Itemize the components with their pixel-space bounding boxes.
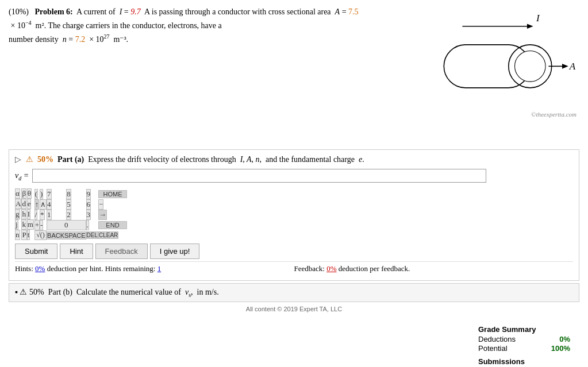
I-unit: A is passing through a conductor with cr… bbox=[144, 7, 331, 16]
part-b-section: ▪ ⚠ 50% Part (b) Calculate the numerical… bbox=[9, 283, 579, 302]
diagram: I A ©theexpertta.com bbox=[407, 6, 579, 121]
A-label: A bbox=[335, 7, 340, 16]
n-exp: 27 bbox=[104, 33, 110, 40]
feedback-suffix: deduction per feedback. bbox=[337, 264, 410, 273]
key-up[interactable]: ↑ bbox=[34, 199, 40, 210]
key-caret[interactable]: ∧ bbox=[40, 199, 47, 210]
key-del[interactable]: DEL bbox=[86, 231, 98, 239]
submissions-title: Submissions bbox=[478, 357, 570, 366]
key-e[interactable]: e bbox=[27, 199, 32, 209]
hints-prefix: Hints: bbox=[15, 264, 35, 273]
copyright-text: ©theexpertta.com bbox=[531, 111, 577, 118]
answer-input[interactable] bbox=[32, 169, 486, 183]
part-b-percent: 50% bbox=[29, 288, 44, 296]
part-a-label: Part (a) bbox=[57, 155, 84, 164]
A-unit: m². The charge carriers in the conductor… bbox=[36, 21, 222, 30]
key-sub-minus[interactable]: - bbox=[40, 220, 43, 230]
key-4[interactable]: 4 bbox=[47, 199, 52, 210]
part-a-section: Grade Summary Deductions 0% Potential 10… bbox=[9, 149, 579, 281]
part-a-vars: I, A, n, bbox=[240, 155, 262, 164]
key-theta[interactable]: θ bbox=[27, 188, 32, 199]
hints-percent: 0% bbox=[35, 264, 45, 273]
key-A[interactable]: A bbox=[15, 199, 21, 209]
footer: All content © 2019 Expert TA, LLC bbox=[0, 302, 588, 315]
footer-text: All content © 2019 Expert TA, LLC bbox=[246, 306, 342, 312]
key-rparen[interactable]: ) bbox=[40, 189, 43, 199]
key-8[interactable]: 8 bbox=[66, 189, 71, 199]
key-beta[interactable]: β bbox=[21, 188, 26, 199]
triangle-icon: ▷ bbox=[15, 155, 21, 164]
key-9[interactable]: 9 bbox=[86, 189, 91, 199]
problem-desc: A current of bbox=[76, 7, 116, 16]
feedback-prefix: Feedback: bbox=[294, 264, 327, 273]
hints-bar: Hints: 0% deduction per hint. Hints rema… bbox=[15, 261, 573, 276]
key-6[interactable]: 6 bbox=[86, 199, 91, 210]
give-up-button[interactable]: I give up! bbox=[150, 244, 200, 259]
key-1[interactable]: 1 bbox=[47, 210, 52, 220]
key-backspace[interactable]: BACKSPACE bbox=[47, 231, 86, 239]
svg-text:I: I bbox=[536, 13, 540, 24]
key-lparen[interactable]: ( bbox=[34, 189, 38, 199]
deductions-value: 0% bbox=[559, 335, 570, 343]
n-value: 7.2 bbox=[75, 35, 86, 44]
key-k[interactable]: k bbox=[21, 219, 26, 230]
A-value: 7.5 bbox=[348, 7, 359, 16]
key-5[interactable]: 5 bbox=[66, 199, 71, 210]
svg-text:A: A bbox=[569, 61, 576, 72]
I-value: 9.7 bbox=[130, 7, 141, 16]
circuit-diagram: I A bbox=[407, 6, 579, 121]
n-desc: number density bbox=[9, 35, 59, 44]
key-times[interactable]: * bbox=[40, 210, 45, 220]
key-n[interactable]: n bbox=[15, 230, 20, 240]
key-h[interactable]: h bbox=[21, 209, 26, 219]
key-plus[interactable]: + bbox=[34, 220, 40, 230]
key-home[interactable]: HOME bbox=[98, 190, 127, 198]
key-3[interactable]: 3 bbox=[86, 210, 91, 220]
key-m[interactable]: m bbox=[27, 219, 34, 230]
input-label: vd = bbox=[15, 171, 29, 181]
key-g[interactable]: g bbox=[15, 209, 20, 219]
key-I[interactable]: I bbox=[27, 209, 30, 219]
part-a-e: e bbox=[359, 155, 362, 164]
hints-remaining[interactable]: 1 bbox=[157, 264, 162, 273]
n-unit: m⁻³. bbox=[114, 35, 129, 44]
keyboard-area: α β θ A d e g h I bbox=[15, 188, 573, 240]
key-alpha[interactable]: α bbox=[15, 188, 20, 199]
key-d[interactable]: d bbox=[21, 199, 26, 209]
key-slash[interactable]: / bbox=[34, 210, 38, 220]
feedback-percent: 0% bbox=[326, 264, 336, 273]
potential-value: 100% bbox=[551, 344, 570, 353]
collapse-icon-b: ▪ bbox=[15, 288, 18, 296]
submissions-section: Submissions Attempts remaining: 7 (0% pe… bbox=[478, 357, 570, 367]
grade-panel: Grade Summary Deductions 0% Potential 10… bbox=[478, 325, 570, 367]
key-end[interactable]: END bbox=[98, 221, 127, 229]
part-b-label: Part (b) bbox=[48, 288, 72, 296]
key-t[interactable]: t bbox=[27, 230, 30, 240]
hint-button[interactable]: Hint bbox=[60, 244, 93, 259]
key-2[interactable]: 2 bbox=[66, 210, 71, 220]
key-sqrt[interactable]: √() bbox=[34, 230, 47, 240]
part-b-unit: in m/s. bbox=[197, 288, 219, 296]
submit-button[interactable]: Submit bbox=[15, 244, 57, 259]
key-7[interactable]: 7 bbox=[47, 189, 52, 199]
grade-summary-title: Grade Summary bbox=[478, 325, 570, 334]
part-b-sub: s bbox=[189, 292, 191, 298]
part-a-header: ▷ ⚠ 50% Part (a) Express the drift veloc… bbox=[15, 154, 573, 164]
warning-icon-a: ⚠ bbox=[26, 155, 33, 164]
key-minus[interactable]: − bbox=[98, 199, 103, 210]
key-0[interactable]: 0 bbox=[47, 220, 86, 230]
hints-suffix: deduction per hint. Hints remaining: bbox=[45, 264, 157, 273]
key-dot[interactable]: . bbox=[86, 220, 89, 230]
part-a-and: and the fundamental charge bbox=[266, 155, 355, 164]
part-a-desc: Express the drift velocity of electrons … bbox=[88, 155, 236, 164]
warning-icon-b: ⚠ bbox=[20, 288, 27, 296]
key-P[interactable]: P bbox=[21, 230, 26, 240]
key-j[interactable]: j bbox=[15, 219, 18, 230]
svg-marker-8 bbox=[562, 64, 568, 69]
feedback-button[interactable]: Feedback bbox=[95, 244, 148, 259]
key-clear[interactable]: CLEAR bbox=[98, 231, 118, 239]
problem-label: Problem 6: bbox=[35, 7, 73, 16]
key-right[interactable]: → bbox=[98, 210, 107, 220]
problem-weight: (10%) bbox=[9, 7, 29, 16]
problem-text: (10%) Problem 6: A current of I = 9.7 A … bbox=[9, 6, 365, 46]
